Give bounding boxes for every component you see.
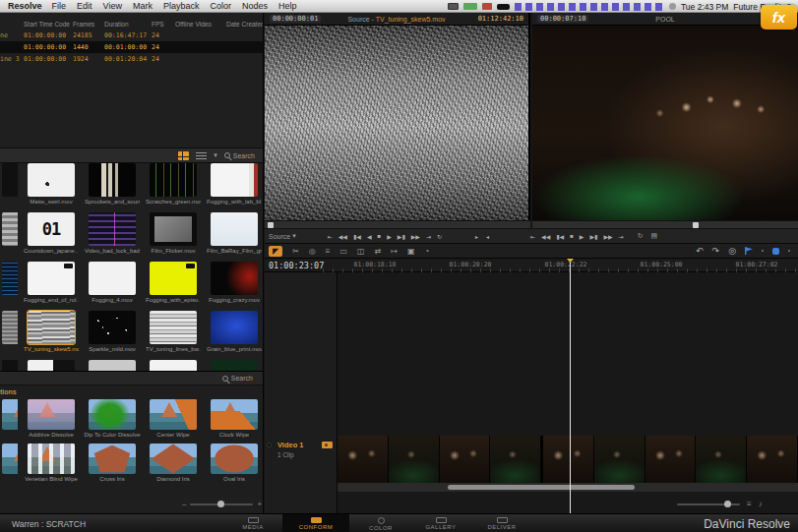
snapping-button[interactable]: ◎ <box>728 246 736 256</box>
display-icon[interactable] <box>448 3 459 10</box>
media-clip[interactable]: Matte_swirl.mov <box>24 163 79 205</box>
zoom-slider-track[interactable] <box>677 503 740 505</box>
step-forward-button[interactable]: ▶▮ <box>398 233 405 240</box>
overwrite-clip-button[interactable]: ◫ <box>357 246 365 257</box>
tab-conform[interactable]: CONFORM <box>282 514 349 532</box>
flag-color-dropdown[interactable] <box>762 250 764 252</box>
media-clip[interactable]: Fogging_end_of_rol… <box>24 262 79 303</box>
transition-item[interactable]: Additive Dissolve <box>24 399 79 438</box>
swap-clip-button[interactable]: ⇄ <box>375 246 382 257</box>
snapshot-button[interactable]: ▣ <box>407 246 415 257</box>
app-menu[interactable]: Resolve <box>8 1 42 11</box>
col-duration[interactable]: Duration <box>104 21 152 28</box>
menu-view[interactable]: View <box>103 1 122 11</box>
go-to-end-button[interactable]: ⇥ <box>619 233 624 240</box>
zoom-slider-handle[interactable] <box>724 501 731 507</box>
thumbnail-view-icon[interactable] <box>178 151 189 160</box>
media-clip[interactable] <box>2 212 18 254</box>
transitions-search-bar[interactable]: Search <box>0 372 263 385</box>
media-clip[interactable]: Grain_blue_print.mov <box>207 311 262 352</box>
transitions-search[interactable]: Search <box>222 375 253 382</box>
media-clip[interactable]: TV_tuning_lines_bw… <box>146 311 201 352</box>
col-frames[interactable]: Frames <box>73 21 104 28</box>
menu-file[interactable]: File <box>52 1 67 11</box>
menu-edit[interactable]: Edit <box>77 1 92 11</box>
viewer-mode-dropdown[interactable]: Source▾ <box>269 232 296 240</box>
slider-track[interactable] <box>190 503 253 505</box>
step-back-button[interactable]: ▮◀ <box>556 233 564 240</box>
green-meter-icon[interactable] <box>463 3 477 10</box>
list-view-icon[interactable] <box>196 151 207 159</box>
red-meter-icon[interactable] <box>482 3 492 10</box>
media-clip[interactable] <box>85 360 140 371</box>
fast-rewind-button[interactable]: ◀◀ <box>541 233 550 240</box>
media-clip[interactable]: Fogging_with_episo… <box>146 262 201 303</box>
track-enable-toggle[interactable] <box>267 443 272 447</box>
timeline-ruler[interactable]: 01:00:18:18 01:00:20:20 01:00:22:22 01:0… <box>323 259 798 272</box>
clip-menu-button[interactable]: ▤ <box>651 232 658 240</box>
app-switcher-icons[interactable] <box>515 3 664 11</box>
media-clip[interactable]: Film_BaRay_Film_gr… <box>207 212 262 254</box>
media-clip[interactable]: Sparkle_mild.mov <box>85 311 140 352</box>
timeline-settings-button[interactable]: ◔ <box>425 246 430 257</box>
marker-color-dropdown[interactable] <box>788 250 790 252</box>
menu-clock[interactable]: Tue 2:43 PM <box>681 2 728 12</box>
flag-button[interactable] <box>745 247 753 255</box>
source-jog-handle[interactable] <box>268 222 274 228</box>
play-button[interactable]: ▶ <box>387 233 392 240</box>
transition-item[interactable]: Clock Wipe <box>207 399 262 438</box>
razor-tool[interactable]: ✂ <box>292 246 299 257</box>
loop-button[interactable]: ↻ <box>638 232 644 240</box>
table-row[interactable]: ne 01:00:00:00 24185 00:16:47:17 24 <box>0 30 263 41</box>
go-to-start-button[interactable]: ⇤ <box>328 233 333 240</box>
media-clip[interactable]: Fogging_crazy.mov <box>207 262 262 303</box>
timeline-video-frame[interactable] <box>532 26 798 220</box>
menu-playback[interactable]: Playback <box>163 1 200 11</box>
slider-handle[interactable] <box>217 501 224 507</box>
scrollbar-thumb[interactable] <box>448 485 635 490</box>
media-clip[interactable]: Fogging_with_lab_bl… <box>207 163 262 205</box>
media-pool-search[interactable]: Search <box>224 152 255 159</box>
transition-item[interactable]: Cross Iris <box>85 443 140 482</box>
col-offline-video[interactable]: Offline Video <box>175 21 226 28</box>
menu-color[interactable]: Color <box>210 1 231 11</box>
menu-mark[interactable]: Mark <box>133 1 153 11</box>
timeline-horizontal-scroll[interactable] <box>338 483 798 492</box>
media-clip[interactable]: 01Countdown_japane… <box>24 212 79 254</box>
media-clip[interactable] <box>2 360 18 371</box>
tab-color[interactable]: COLOR <box>356 514 405 532</box>
media-clip[interactable] <box>24 360 79 371</box>
match-frame-back-button[interactable]: ◂ <box>486 233 489 240</box>
track-list-icon[interactable]: ≡ <box>747 500 752 508</box>
thumbnail-size-slider[interactable]: – + <box>182 500 262 508</box>
marker-button[interactable] <box>772 248 779 255</box>
tab-deliver[interactable]: DELIVER <box>474 514 529 532</box>
minus-icon[interactable]: – <box>182 500 186 508</box>
insert-clip-button[interactable]: ▭ <box>340 246 348 257</box>
media-clip[interactable]: Fogging_4.mov <box>85 262 140 303</box>
playhead[interactable] <box>570 259 571 513</box>
media-clip[interactable] <box>2 262 18 303</box>
transition-item[interactable]: Venetian Blind Wipe <box>24 443 79 482</box>
media-clip-selected[interactable]: TV_tuning_skew5.mov <box>24 311 79 352</box>
media-clip[interactable] <box>207 360 262 371</box>
media-clip[interactable]: Scratches_green.mov <box>146 163 201 205</box>
append-clip-button[interactable]: ↦ <box>391 246 398 257</box>
match-frame-forward-button[interactable]: ▸ <box>475 233 478 240</box>
media-clip[interactable]: Video_bad_lock_bad… <box>85 212 140 254</box>
transition-item[interactable]: Dip To Color Dissolve <box>85 399 140 438</box>
stop-button[interactable]: ■ <box>570 233 574 240</box>
fast-forward-button[interactable]: ▶▶ <box>411 233 420 240</box>
timeline-jog-bar[interactable] <box>532 220 798 229</box>
source-jog-bar[interactable] <box>265 220 530 229</box>
loop-button[interactable]: ↻ <box>437 233 442 240</box>
tab-gallery[interactable]: GALLERY <box>413 514 468 532</box>
media-clip[interactable] <box>2 311 18 352</box>
tab-media[interactable]: MEDIA <box>228 514 277 532</box>
audio-icon[interactable]: ♪ <box>759 500 763 508</box>
col-date-created[interactable]: Date Created <box>226 21 263 28</box>
step-forward-button[interactable]: ▶▮ <box>589 233 597 240</box>
col-fps[interactable]: FPS <box>152 21 175 28</box>
trim-mode-tool[interactable]: ≡ <box>326 246 331 257</box>
transition-item[interactable]: Oval Iris <box>207 443 262 482</box>
